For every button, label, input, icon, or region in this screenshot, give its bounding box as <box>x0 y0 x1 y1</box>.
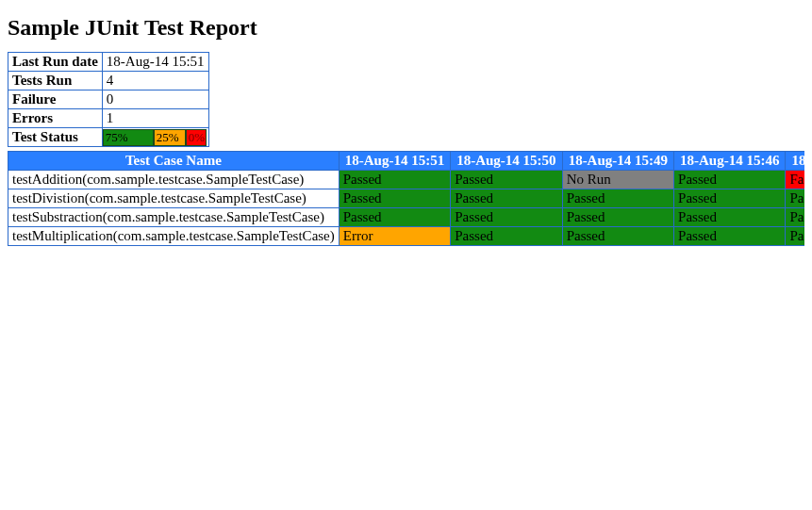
result-cell-passed: Passed <box>451 208 562 227</box>
summary-status-row: Test Status75%25%0% <box>8 128 209 147</box>
summary-value: 1 <box>102 109 208 128</box>
result-cell-passed: Passed <box>674 189 786 208</box>
summary-value: 18-Aug-14 15:51 <box>102 53 208 72</box>
test-case-name: testMultiplication(com.sample.testcase.S… <box>8 227 340 246</box>
table-row: testSubstraction(com.sample.testcase.Sam… <box>8 208 805 227</box>
summary-row: Tests Run4 <box>8 72 209 90</box>
result-cell-passed: Passed <box>339 171 450 189</box>
summary-row: Last Run date18-Aug-14 15:51 <box>8 53 209 72</box>
test-case-name: testSubstraction(com.sample.testcase.Sam… <box>8 208 340 227</box>
result-cell-passed: Passed <box>786 208 804 227</box>
result-cell-passed: Passed <box>339 208 450 227</box>
results-header-run: 18-Aug-14 15:51 <box>339 152 450 171</box>
result-cell-passed: Passed <box>562 189 673 208</box>
table-row: testMultiplication(com.sample.testcase.S… <box>8 227 805 246</box>
status-segment-green: 75% <box>103 129 154 146</box>
page-title: Sample JUnit Test Report <box>8 15 804 41</box>
result-cell-failed: Failed <box>786 171 804 189</box>
result-cell-passed: Passed <box>562 208 673 227</box>
result-cell-passed: Passed <box>339 189 450 208</box>
summary-row: Errors1 <box>8 109 209 128</box>
summary-label: Tests Run <box>8 72 103 90</box>
test-case-name: testDivistion(com.sample.testcase.Sample… <box>8 189 340 208</box>
results-header-run: 18-Aug-14 15:49 <box>562 152 673 171</box>
result-cell-passed: Passed <box>562 227 673 246</box>
test-case-name: testAddition(com.sample.testcase.SampleT… <box>8 171 340 189</box>
table-row: testDivistion(com.sample.testcase.Sample… <box>8 189 805 208</box>
table-row: testAddition(com.sample.testcase.SampleT… <box>8 171 805 189</box>
results-table: Test Case Name18-Aug-14 15:5118-Aug-14 1… <box>8 151 804 246</box>
result-cell-norun: No Run <box>562 171 673 189</box>
result-cell-passed: Passed <box>674 171 786 189</box>
result-cell-error: Error <box>339 227 450 246</box>
result-cell-passed: Passed <box>786 189 804 208</box>
result-cell-passed: Passed <box>451 189 562 208</box>
results-header-run: 18-Aug-14 15:50 <box>451 152 562 171</box>
status-segment-orange: 25% <box>154 129 186 146</box>
summary-value: 0 <box>102 90 208 109</box>
summary-table: Last Run date18-Aug-14 15:51Tests Run4Fa… <box>8 52 209 147</box>
summary-label: Errors <box>8 109 103 128</box>
summary-label: Failure <box>8 90 103 109</box>
summary-status-label: Test Status <box>8 128 103 147</box>
results-header-run: 18-Aug-14 15:45 <box>786 152 804 171</box>
summary-value: 4 <box>102 72 208 90</box>
results-header-name: Test Case Name <box>8 152 340 171</box>
summary-row: Failure0 <box>8 90 209 109</box>
result-cell-passed: Passed <box>674 227 786 246</box>
result-cell-passed: Passed <box>451 171 562 189</box>
results-header-run: 18-Aug-14 15:46 <box>674 152 786 171</box>
result-cell-passed: Passed <box>786 227 804 246</box>
summary-label: Last Run date <box>8 53 103 72</box>
summary-status-bar: 75%25%0% <box>102 128 208 147</box>
status-segment-red: 0% <box>186 129 207 146</box>
result-cell-passed: Passed <box>674 208 786 227</box>
result-cell-passed: Passed <box>451 227 562 246</box>
